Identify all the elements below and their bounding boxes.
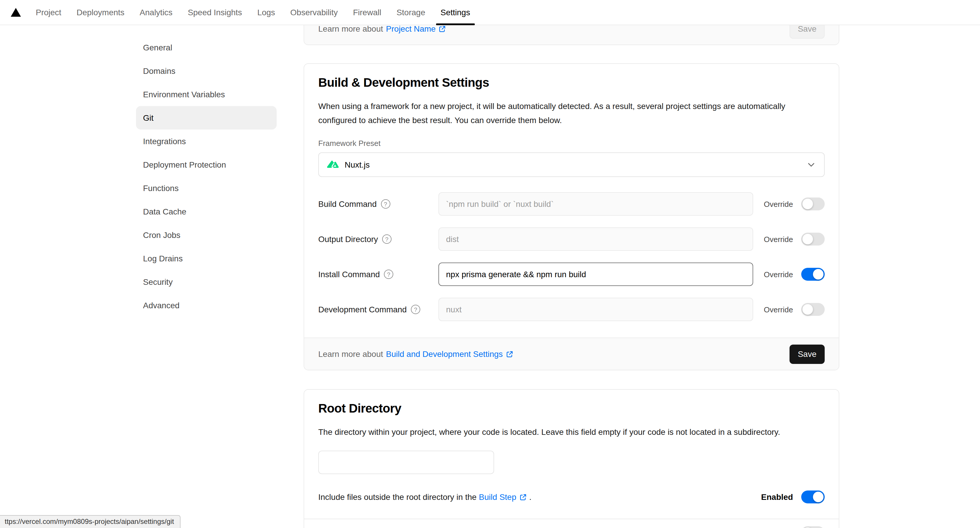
vercel-logo-icon[interactable] bbox=[10, 6, 22, 19]
tab-speed-insights[interactable]: Speed Insights bbox=[180, 0, 250, 25]
external-link-icon bbox=[519, 493, 527, 501]
tab-deployments[interactable]: Deployments bbox=[69, 0, 132, 25]
development-command-row: Development Command ? Override bbox=[318, 298, 825, 321]
vercel-settings-page: Project Deployments Analytics Speed Insi… bbox=[0, 0, 980, 528]
settings-sidebar: General Domains Environment Variables Gi… bbox=[136, 25, 277, 317]
install-command-override-toggle[interactable] bbox=[801, 268, 825, 281]
include-files-toggle[interactable] bbox=[801, 490, 825, 503]
question-icon[interactable]: ? bbox=[382, 234, 391, 244]
tab-project[interactable]: Project bbox=[28, 0, 69, 25]
root-directory-card: Root Directory The directory within your… bbox=[304, 389, 839, 528]
build-settings-body: Build & Development Settings When using … bbox=[304, 64, 839, 337]
project-name-learn-more: Learn more about Project Name bbox=[318, 24, 446, 33]
install-command-input[interactable] bbox=[438, 262, 753, 286]
toggle-knob bbox=[802, 304, 813, 315]
output-directory-override-toggle[interactable] bbox=[801, 233, 825, 245]
sidebar-item-functions[interactable]: Functions bbox=[136, 177, 277, 200]
build-step-link[interactable]: Build Step bbox=[479, 492, 527, 502]
browser-viewport: Project Deployments Analytics Speed Insi… bbox=[0, 0, 980, 528]
build-settings-description: When using a framework for a new project… bbox=[318, 99, 825, 127]
tab-settings[interactable]: Settings bbox=[433, 0, 478, 25]
override-label: Override bbox=[764, 305, 793, 314]
build-settings-card: Build & Development Settings When using … bbox=[304, 63, 839, 371]
learn-more-text: Learn more about bbox=[318, 24, 383, 33]
root-directory-body: Root Directory The directory within your… bbox=[304, 390, 839, 528]
external-link-icon bbox=[439, 25, 446, 32]
learn-more-text: Learn more about bbox=[318, 349, 383, 359]
install-command-label: Install Command bbox=[318, 270, 380, 279]
tab-observability[interactable]: Observability bbox=[283, 0, 345, 25]
question-icon[interactable]: ? bbox=[381, 199, 390, 208]
partial-row-toggle[interactable] bbox=[801, 526, 825, 528]
output-directory-row: Output Directory ? Override bbox=[318, 227, 825, 251]
external-link-icon bbox=[506, 350, 514, 358]
sidebar-item-domains[interactable]: Domains bbox=[136, 59, 277, 83]
tab-analytics[interactable]: Analytics bbox=[132, 0, 180, 25]
sidebar-item-general[interactable]: General bbox=[136, 36, 277, 59]
build-settings-docs-link[interactable]: Build and Development Settings bbox=[386, 349, 513, 359]
framework-preset-label: Framework Preset bbox=[318, 139, 825, 148]
project-name-link[interactable]: Project Name bbox=[386, 24, 446, 33]
settings-content: Learn more about Project Name Save Build… bbox=[304, 25, 839, 528]
toggle-knob bbox=[813, 491, 824, 502]
framework-preset-select[interactable]: Nuxt.js bbox=[318, 153, 825, 177]
sidebar-item-log-drains[interactable]: Log Drains bbox=[136, 247, 277, 270]
build-settings-footer: Learn more about Build and Development S… bbox=[304, 337, 839, 370]
development-command-override-toggle[interactable] bbox=[801, 303, 825, 316]
save-button[interactable]: Save bbox=[789, 344, 825, 364]
nuxt-logo-icon bbox=[327, 161, 339, 169]
override-label: Override bbox=[764, 270, 793, 279]
output-directory-input[interactable] bbox=[438, 227, 753, 251]
build-command-label: Build Command bbox=[318, 199, 377, 208]
tab-firewall[interactable]: Firewall bbox=[345, 0, 388, 25]
include-files-row: Include files outside the root directory… bbox=[318, 490, 825, 503]
question-icon[interactable]: ? bbox=[384, 270, 393, 279]
tab-storage[interactable]: Storage bbox=[389, 0, 433, 25]
toggle-knob bbox=[813, 269, 824, 280]
question-icon[interactable]: ? bbox=[411, 305, 420, 314]
override-label: Override bbox=[764, 200, 793, 208]
root-directory-description: The directory within your project, where… bbox=[318, 425, 825, 439]
sidebar-item-git[interactable]: Git bbox=[136, 106, 277, 129]
build-settings-title: Build & Development Settings bbox=[318, 76, 825, 90]
enabled-label: Enabled bbox=[761, 492, 793, 502]
sidebar-item-security[interactable]: Security bbox=[136, 270, 277, 294]
sidebar-item-cron-jobs[interactable]: Cron Jobs bbox=[136, 223, 277, 247]
install-command-row: Install Command ? Override bbox=[318, 262, 825, 286]
sidebar-item-data-cache[interactable]: Data Cache bbox=[136, 200, 277, 223]
framework-preset-value: Nuxt.js bbox=[345, 160, 370, 169]
toggle-knob bbox=[802, 234, 813, 244]
root-directory-title: Root Directory bbox=[318, 401, 825, 415]
top-nav: Project Deployments Analytics Speed Insi… bbox=[0, 0, 980, 25]
sidebar-item-integrations[interactable]: Integrations bbox=[136, 129, 277, 153]
sidebar-item-environment-variables[interactable]: Environment Variables bbox=[136, 83, 277, 106]
override-label: Override bbox=[764, 235, 793, 243]
toggle-knob bbox=[802, 199, 813, 209]
output-directory-label: Output Directory bbox=[318, 234, 378, 244]
build-settings-learn-more: Learn more about Build and Development S… bbox=[318, 349, 514, 359]
build-command-override-toggle[interactable] bbox=[801, 197, 825, 210]
include-files-text: Include files outside the root directory… bbox=[318, 492, 531, 502]
development-command-input[interactable] bbox=[438, 298, 753, 321]
development-command-label: Development Command bbox=[318, 305, 407, 314]
partial-setting-row bbox=[318, 526, 825, 528]
root-directory-input[interactable] bbox=[318, 451, 494, 474]
card-divider bbox=[304, 518, 839, 519]
browser-status-url: ttps://vercel.com/mym0809s-projects/aipa… bbox=[0, 515, 181, 528]
chevron-down-icon bbox=[807, 160, 816, 169]
tab-logs[interactable]: Logs bbox=[250, 0, 283, 25]
build-command-row: Build Command ? Override bbox=[318, 192, 825, 216]
sidebar-item-deployment-protection[interactable]: Deployment Protection bbox=[136, 153, 277, 177]
sidebar-item-advanced[interactable]: Advanced bbox=[136, 294, 277, 317]
build-command-input[interactable] bbox=[438, 192, 753, 216]
